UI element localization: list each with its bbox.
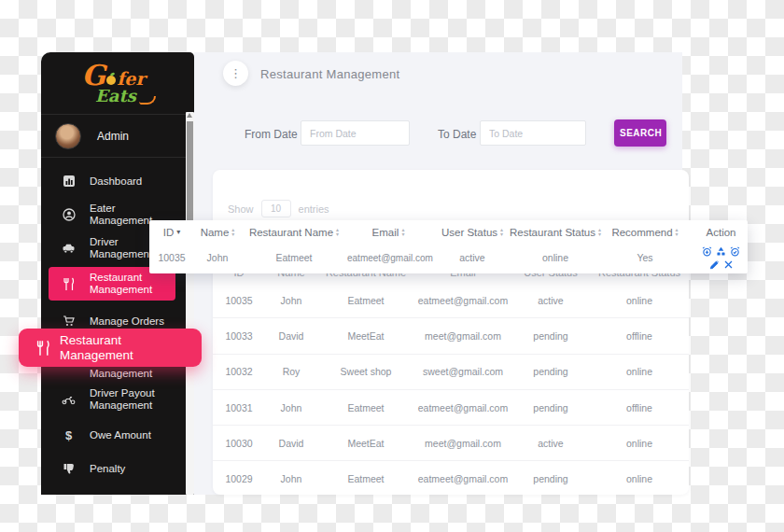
cell-id: 10032 — [213, 366, 265, 377]
admin-profile[interactable]: Admin — [41, 116, 186, 157]
column-header-restaurant-status[interactable]: Restaurant Status ▴▾ — [515, 227, 595, 238]
scrollbar-thumb[interactable] — [187, 121, 193, 226]
cell-name: Roy — [265, 366, 317, 377]
sidebar-item-label: Owe Amount — [90, 429, 151, 441]
sort-icon: ▴▾ — [231, 228, 234, 236]
show-label: Show — [228, 203, 254, 215]
cell-email: meet@gmail.com — [414, 438, 511, 449]
column-header-user-status[interactable]: User Status ▴▾ — [429, 227, 515, 238]
floating-row-overlay: ID ▾ Name ▴▾ Restaurant Name ▴▾ Email ▴▾… — [149, 220, 748, 273]
cell-restaurant-status: online — [590, 366, 689, 377]
logo-text-eats: Eats — [95, 86, 136, 105]
person-icon — [62, 208, 76, 222]
cell-restaurant: Eatmeet — [317, 473, 414, 484]
cell-restaurant-status: offline — [590, 402, 689, 413]
car-icon — [62, 242, 76, 256]
column-header-name[interactable]: Name ▴▾ — [194, 227, 241, 238]
bar-chart-icon — [62, 175, 76, 189]
cell-user-status: active — [511, 295, 590, 306]
cell-name: David — [265, 438, 317, 449]
sidebar-item-label: Management — [90, 368, 152, 380]
cell-restaurant-status: online — [590, 438, 689, 449]
cell-id: 10033 — [213, 330, 265, 342]
cell-restaurant: MeetEat — [317, 438, 414, 449]
scroll-up-arrow-icon[interactable] — [187, 113, 192, 118]
cart-icon — [62, 315, 76, 329]
table-row: 10032 Roy Sweet shop sweet@gmail.com pen… — [213, 354, 689, 389]
cell-user-status: pending — [511, 366, 590, 377]
alarm-add-icon[interactable] — [702, 246, 712, 257]
alarm-check-icon[interactable] — [730, 246, 740, 257]
cell-user-status: active — [511, 438, 590, 449]
cell-restaurant: Sweet shop — [317, 366, 414, 377]
cell-name: John — [265, 295, 317, 306]
table-row: 10029 John Eatmeet eatmeet@gmail.com pen… — [213, 460, 689, 496]
cell-id: 10029 — [213, 473, 265, 484]
divider — [41, 157, 186, 158]
sidebar-item-dashboard[interactable]: Dashboard — [49, 164, 175, 198]
cell-email: eatmeet@gmail.com — [414, 402, 511, 413]
sidebar: Gfer Eats Admin Dashboard Eater Manageme… — [41, 52, 194, 495]
cell-id: 10031 — [213, 402, 265, 413]
brand-logo: Gfer Eats — [41, 62, 186, 116]
table-row: 10035 John Eatmeet eatmeet@gmail.com act… — [213, 283, 689, 317]
delete-icon[interactable] — [723, 259, 734, 270]
show-entries-control: Show 10 entries — [228, 200, 329, 217]
sort-desc-icon: ▾ — [176, 228, 180, 236]
cell-restaurant-status: offline — [590, 330, 689, 342]
overlay-data-row: 10035 John Eatmeet eatmeet@gmail.com act… — [149, 244, 748, 272]
cell-email: eatmeet@gmail.com — [414, 473, 511, 484]
cell-email: eatmeet@gmail.com — [414, 295, 511, 306]
avatar — [55, 123, 81, 149]
motorbike-icon — [62, 393, 76, 407]
column-header-id[interactable]: ID ▾ — [149, 227, 194, 238]
cell-restaurant-status: online — [590, 473, 689, 484]
search-button[interactable]: SEARCH — [614, 119, 666, 147]
admin-name: Admin — [97, 130, 129, 143]
sidebar-item-driver-payout-management[interactable]: Driver Payout Management — [49, 381, 175, 418]
sidebar-item-label: Dashboard — [90, 175, 142, 188]
cell-restaurant-status: online — [590, 295, 689, 306]
to-date-label: To Date — [438, 128, 476, 141]
cell-id: 10035 — [213, 295, 265, 306]
divider — [41, 114, 186, 115]
cell-restaurant: Eatmeet — [317, 402, 414, 413]
table-row: 10033 David MeetEat meet@gmail.com pendi… — [213, 317, 689, 353]
hierarchy-icon[interactable] — [716, 246, 726, 257]
sidebar-item-label: Penalty — [90, 463, 125, 475]
column-header-recommend[interactable]: Recommend ▴▾ — [595, 227, 694, 238]
to-date-input[interactable] — [480, 120, 586, 146]
page-size-select[interactable]: 10 — [261, 200, 291, 217]
overlay-header-row: ID ▾ Name ▴▾ Restaurant Name ▴▾ Email ▴▾… — [149, 220, 748, 244]
sidebar-item-owe-amount[interactable]: $ Owe Amount — [49, 418, 175, 452]
scooter-swirl-icon — [139, 96, 156, 105]
column-header-restaurant-name[interactable]: Restaurant Name ▴▾ — [241, 227, 347, 238]
table-body: 10035 John Eatmeet eatmeet@gmail.com act… — [213, 283, 689, 497]
from-date-input[interactable] — [301, 120, 410, 146]
drag-chip-label: Restaurant Management — [60, 333, 190, 363]
cell-email: sweet@gmail.com — [414, 366, 511, 377]
cell-id: 10030 — [213, 438, 265, 449]
sort-icon: ▴▾ — [676, 228, 679, 236]
page-title: Restaurant Management — [260, 67, 399, 81]
sidebar-item-label: Manage Orders — [90, 315, 164, 328]
sort-icon: ▴▾ — [401, 228, 404, 236]
cell-name: John — [265, 402, 317, 413]
edit-icon[interactable] — [709, 259, 720, 270]
table-row: 10031 John Eatmeet eatmeet@gmail.com pen… — [213, 389, 689, 425]
sidebar-scrollbar[interactable] — [186, 112, 194, 495]
utensils-icon — [35, 340, 51, 357]
cell-email: eatmeet@gmail.com — [347, 253, 429, 263]
sidebar-item-penalty[interactable]: Penalty — [49, 452, 175, 485]
sort-icon: ▴▾ — [500, 228, 503, 236]
cell-restaurant: Eatmeet — [241, 252, 347, 263]
column-header-email[interactable]: Email ▴▾ — [347, 227, 429, 238]
kebab-menu-button[interactable]: ⋮ — [223, 61, 248, 86]
cell-name: David — [265, 330, 317, 342]
sidebar-item-payout-management[interactable]: Management — [49, 364, 175, 383]
action-icons — [700, 246, 743, 270]
cell-user-status: pending — [511, 473, 590, 484]
restaurant-management-drag-chip[interactable]: Restaurant Management — [19, 329, 202, 367]
recommend-link[interactable]: Yes — [595, 252, 694, 263]
dollar-icon: $ — [62, 428, 76, 442]
